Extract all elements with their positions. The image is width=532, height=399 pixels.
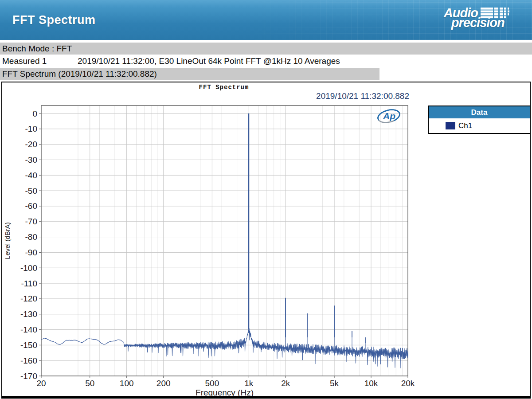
section-title-bar: FFT Spectrum (2019/10/21 11:32:00.882)	[0, 68, 379, 80]
svg-text:-100: -100	[20, 263, 37, 273]
chart-title: FFT Spectrum	[157, 84, 290, 91]
svg-text:Frequency (Hz): Frequency (Hz)	[196, 388, 254, 396]
svg-text:2k: 2k	[281, 379, 290, 388]
svg-text:20: 20	[36, 379, 46, 388]
audio-precision-logo: Audio precision	[444, 7, 510, 27]
svg-text:-60: -60	[25, 201, 37, 211]
svg-text:5k: 5k	[330, 379, 339, 388]
svg-text:20k: 20k	[401, 379, 415, 388]
svg-text:-130: -130	[20, 309, 37, 319]
svg-text:200: 200	[156, 379, 171, 388]
fft-report-page: FFT Spectrum Audio precision Bench Mode …	[0, 0, 532, 399]
ap-circle-logo: Ap	[376, 107, 402, 127]
svg-text:-140: -140	[20, 325, 37, 334]
svg-text:100: 100	[120, 379, 134, 388]
svg-text:-20: -20	[25, 140, 37, 149]
ap-logo-text: Ap	[383, 111, 395, 121]
svg-text:-30: -30	[25, 155, 37, 164]
legend-item-ch1: Ch1	[429, 118, 530, 133]
svg-text:-50: -50	[25, 186, 37, 196]
ch1-label: Ch1	[458, 121, 472, 130]
brand-word-precision: precision	[451, 18, 510, 27]
bench-mode-bar: Bench Mode : FFT	[0, 43, 532, 55]
svg-text:0: 0	[32, 109, 37, 118]
svg-text:-110: -110	[21, 279, 37, 288]
legend-header: Data	[429, 106, 530, 118]
svg-text:-150: -150	[20, 340, 37, 350]
app-header: FFT Spectrum Audio precision	[0, 0, 532, 40]
svg-text:-10: -10	[25, 124, 37, 133]
svg-text:-70: -70	[25, 217, 37, 226]
svg-text:-160: -160	[20, 356, 37, 365]
measured-label: Measured 1	[0, 55, 78, 67]
svg-text:50: 50	[85, 379, 94, 388]
legend-box: Data Ch1	[428, 106, 531, 134]
svg-text:-80: -80	[25, 232, 37, 242]
chart-timestamp: 2019/10/21 11:32:00.882	[286, 91, 409, 101]
svg-text:-120: -120	[20, 294, 37, 303]
svg-text:-90: -90	[25, 248, 37, 257]
ch1-color-swatch	[446, 122, 455, 129]
svg-text:1k: 1k	[244, 379, 254, 388]
chart-panel: 20501002005001k2k5k10k20k0-10-20-30-40-5…	[1, 82, 531, 399]
svg-text:-170: -170	[20, 372, 37, 381]
page-title: FFT Spectrum	[12, 13, 96, 27]
svg-text:Level (dBrA): Level (dBrA)	[4, 222, 11, 259]
measured-row: Measured 1 2019/10/21 11:32:00, E30 Line…	[0, 55, 532, 67]
svg-text:-40: -40	[25, 171, 37, 180]
svg-text:10k: 10k	[364, 379, 378, 388]
svg-text:500: 500	[205, 379, 219, 388]
measured-value: 2019/10/21 11:32:00, E30 LineOut 64k Poi…	[78, 55, 340, 67]
